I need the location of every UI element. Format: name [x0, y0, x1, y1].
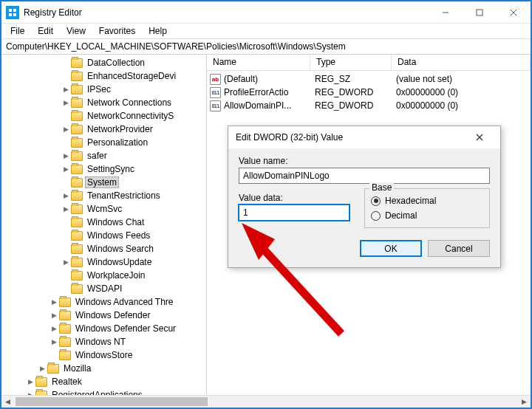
binary-value-icon: 011	[210, 100, 221, 111]
list-hscrollbar[interactable]: ◀ ▶	[207, 395, 531, 408]
expander-placeholder	[61, 177, 71, 188]
value-data-input[interactable]	[239, 205, 349, 221]
chevron-right-icon[interactable]: ▶	[61, 151, 71, 161]
ok-button[interactable]: OK	[360, 240, 422, 257]
tree-item[interactable]: ▶Windows Advanced Thre	[1, 295, 206, 309]
tree-item-label: NetworkConnectivityS	[85, 110, 176, 122]
tree-item[interactable]: ▶Mozilla	[1, 362, 206, 375]
tree-item[interactable]: ▶Network Connections	[1, 96, 206, 109]
value-data: 0x00000000 (0)	[392, 100, 531, 111]
value-name: (Default)	[224, 74, 258, 84]
list-row[interactable]: ab(Default)REG_SZ(value not set)	[207, 72, 531, 86]
scroll-right-icon[interactable]: ▶	[518, 396, 531, 408]
tree-item[interactable]: Windows Feeds	[1, 229, 206, 242]
menu-help[interactable]: Help	[143, 25, 173, 37]
folder-icon	[71, 205, 83, 214]
chevron-right-icon[interactable]: ▶	[61, 204, 71, 214]
folder-icon	[71, 244, 83, 254]
tree-item[interactable]: System	[1, 176, 206, 189]
tree-item[interactable]: NetworkConnectivityS	[1, 109, 206, 123]
expander-placeholder	[61, 230, 71, 241]
folder-icon	[71, 72, 83, 81]
value-data: (value not set)	[392, 74, 531, 84]
tree-item[interactable]: ▶safer	[1, 149, 206, 162]
value-type: REG_DWORD	[310, 100, 392, 111]
menu-favorites[interactable]: Favorites	[93, 25, 141, 37]
tree-item-label: Windows Search	[85, 243, 156, 255]
tree-item[interactable]: ▶TenantRestrictions	[1, 189, 206, 202]
dialog-titlebar[interactable]: Edit DWORD (32-bit) Value	[228, 126, 500, 148]
svg-rect-2	[9, 13, 12, 16]
tree-item[interactable]: Windows Search	[1, 242, 206, 255]
tree-item[interactable]: ▶NetworkProvider	[1, 123, 206, 136]
chevron-right-icon[interactable]: ▶	[61, 84, 71, 94]
folder-icon	[71, 151, 83, 161]
hex-label: Hexadecimal	[385, 196, 436, 206]
chevron-right-icon[interactable]: ▶	[61, 164, 71, 174]
minimize-button[interactable]	[429, 1, 463, 24]
address-text: Computer\HKEY_LOCAL_MACHINE\SOFTWARE\Pol…	[6, 41, 346, 52]
tree-item[interactable]: DataCollection	[1, 56, 206, 69]
chevron-right-icon[interactable]: ▶	[49, 337, 59, 347]
tree-item-label: Network Connections	[85, 97, 174, 109]
cancel-button[interactable]: Cancel	[428, 240, 490, 257]
tree-item-label: Windows Advanced Thre	[73, 296, 176, 308]
edit-dword-dialog: Edit DWORD (32-bit) Value Value name: Va…	[228, 126, 501, 268]
tree-item-label: DataCollection	[85, 57, 147, 69]
col-name[interactable]: Name	[207, 55, 310, 70]
tree-item[interactable]: ▶Windows Defender Secur	[1, 322, 206, 335]
tree-item[interactable]: Windows Chat	[1, 216, 206, 229]
close-button[interactable]	[497, 1, 531, 24]
folder-icon	[71, 258, 83, 267]
chevron-right-icon[interactable]: ▶	[49, 310, 59, 320]
menu-file[interactable]: File	[4, 25, 30, 37]
tree-item-label: Windows Defender Secur	[73, 323, 178, 334]
list-row[interactable]: 011AllowDomainPI...REG_DWORD0x00000000 (…	[207, 99, 531, 112]
tree-item[interactable]: WorkplaceJoin	[1, 269, 206, 282]
maximize-button[interactable]	[463, 1, 497, 24]
tree-item[interactable]: WindowsStore	[1, 348, 206, 362]
tree-item[interactable]: ▶WcmSvc	[1, 202, 206, 216]
dialog-close-button[interactable]	[465, 127, 494, 148]
col-data[interactable]: Data	[392, 55, 531, 70]
chevron-right-icon[interactable]: ▶	[49, 323, 59, 334]
expander-placeholder	[61, 137, 71, 148]
tree-item[interactable]: EnhancedStorageDevi	[1, 69, 206, 83]
dec-label: Decimal	[385, 210, 417, 221]
value-data: 0x00000000 (0)	[392, 87, 531, 97]
base-label: Base	[369, 182, 394, 193]
tree-item[interactable]: WSDAPI	[1, 282, 206, 295]
chevron-right-icon[interactable]: ▶	[61, 190, 71, 201]
tree-item-label: Realtek	[50, 376, 84, 388]
chevron-right-icon[interactable]: ▶	[61, 257, 71, 267]
chevron-right-icon[interactable]: ▶	[25, 377, 35, 387]
tree-item[interactable]: ▶SettingSync	[1, 162, 206, 176]
chevron-right-icon[interactable]: ▶	[37, 363, 47, 374]
tree-item[interactable]: ▶WindowsUpdate	[1, 255, 206, 269]
address-bar[interactable]: Computer\HKEY_LOCAL_MACHINE\SOFTWARE\Pol…	[1, 38, 531, 55]
radio-icon	[371, 196, 381, 206]
window-title: Registry Editor	[24, 7, 82, 18]
tree-item[interactable]: Personalization	[1, 136, 206, 149]
tree-item-label: NetworkProvider	[85, 123, 155, 135]
radio-hexadecimal[interactable]: Hexadecimal	[371, 193, 483, 208]
folder-icon	[71, 125, 83, 134]
menu-view[interactable]: View	[61, 25, 92, 37]
chevron-right-icon[interactable]: ▶	[61, 97, 71, 108]
list-header: Name Type Data	[207, 55, 531, 71]
value-name-field[interactable]	[239, 168, 490, 184]
folder-icon	[47, 364, 59, 374]
tree-item-label: Windows Chat	[85, 216, 146, 228]
chevron-right-icon[interactable]: ▶	[61, 124, 71, 134]
list-row[interactable]: 011ProfileErrorActioREG_DWORD0x00000000 …	[207, 86, 531, 99]
tree-item-label: Windows Defender	[73, 309, 152, 321]
col-type[interactable]: Type	[310, 55, 392, 70]
expander-placeholder	[61, 217, 71, 227]
tree-item[interactable]: ▶IPSec	[1, 83, 206, 96]
tree-item[interactable]: ▶Realtek	[1, 375, 206, 388]
menu-edit[interactable]: Edit	[32, 25, 59, 37]
tree-item[interactable]: ▶Windows NT	[1, 335, 206, 348]
radio-decimal[interactable]: Decimal	[371, 208, 483, 223]
tree-item[interactable]: ▶Windows Defender	[1, 309, 206, 322]
chevron-right-icon[interactable]: ▶	[49, 297, 59, 307]
